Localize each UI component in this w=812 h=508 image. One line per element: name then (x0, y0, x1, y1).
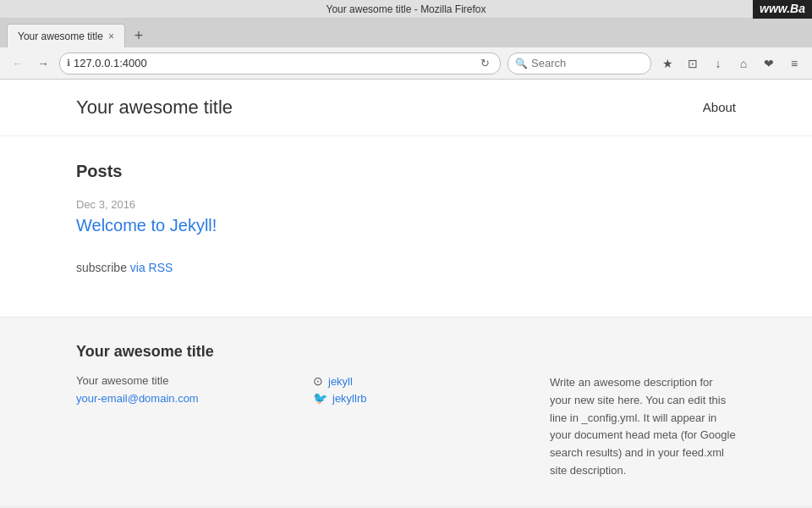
footer-col-3: Write an awesome description for your ne… (550, 374, 736, 480)
pocket-icon: ⊡ (688, 57, 698, 70)
main-content: Posts Dec 3, 2016 Welcome to Jekyll! sub… (0, 136, 812, 300)
new-tab-button[interactable]: + (129, 25, 149, 46)
address-bar: ℹ ↻ (59, 52, 501, 75)
bookmark-button[interactable]: ★ (656, 52, 678, 75)
post-title-link[interactable]: Welcome to Jekyll! (76, 216, 217, 235)
site-footer: Your awesome title Your awesome title yo… (0, 317, 812, 505)
pocket2-button[interactable]: ❤ (758, 52, 780, 75)
forward-button[interactable]: → (32, 52, 54, 75)
footer-col-1: Your awesome title your-email@domain.com (76, 374, 262, 480)
back-button[interactable]: ← (7, 52, 29, 75)
watermark: www.Ba (753, 0, 812, 19)
twitter-icon: 🐦 (313, 391, 327, 405)
site-title: Your awesome title (76, 97, 233, 119)
search-bar: 🔍 (508, 52, 651, 75)
search-icon: 🔍 (515, 58, 528, 69)
home-button[interactable]: ⌂ (732, 52, 754, 75)
menu-button[interactable]: ≡ (783, 52, 805, 75)
subscribe-section: subscribe via RSS (76, 261, 736, 274)
security-icon: ℹ (67, 58, 70, 69)
page-content: Your awesome title About Posts Dec 3, 20… (0, 80, 812, 505)
tab-bar: Your awesome title × + (0, 19, 812, 47)
post-date: Dec 3, 2016 (76, 198, 736, 211)
download-button[interactable]: ↓ (707, 52, 729, 75)
footer-title: Your awesome title (76, 343, 736, 361)
back-icon: ← (12, 57, 24, 70)
browser-title-bar: Your awesome title - Mozilla Firefox www… (0, 0, 812, 19)
menu-icon: ≡ (791, 57, 798, 70)
bookmark-icon: ★ (662, 57, 673, 70)
browser-tab[interactable]: Your awesome title × (7, 24, 125, 47)
pocket2-icon: ❤ (764, 57, 774, 70)
github-icon: ⊙ (313, 374, 323, 388)
footer-links: ⊙ jekyll 🐦 jekyllrb (313, 374, 499, 405)
site-header: Your awesome title About (0, 80, 812, 136)
toolbar-icons: ★ ⊡ ↓ ⌂ ❤ ≡ (656, 52, 805, 75)
jekyllrb-link[interactable]: jekyllrb (332, 392, 366, 405)
post-item: Dec 3, 2016 Welcome to Jekyll! (76, 198, 736, 235)
subscribe-label: subscribe (76, 261, 127, 274)
search-input[interactable] (531, 57, 624, 69)
posts-heading: Posts (76, 162, 736, 181)
tab-label: Your awesome title (18, 30, 103, 42)
footer-description: Write an awesome description for your ne… (550, 374, 736, 480)
footer-link-jekyllrb: 🐦 jekyllrb (313, 391, 499, 405)
footer-link-jekyll: ⊙ jekyll (313, 374, 499, 388)
tab-close-button[interactable]: × (108, 30, 114, 42)
download-icon: ↓ (716, 57, 721, 70)
forward-icon: → (37, 57, 49, 70)
navigation-bar: ← → ℹ ↻ 🔍 ★ ⊡ ↓ ⌂ ❤ ≡ (0, 47, 812, 80)
rss-link[interactable]: via RSS (130, 261, 173, 274)
footer-col-2: ⊙ jekyll 🐦 jekyllrb (313, 374, 499, 480)
refresh-icon: ↻ (480, 57, 490, 69)
footer-email-link[interactable]: your-email@domain.com (76, 392, 199, 405)
home-icon: ⌂ (740, 57, 747, 70)
about-link[interactable]: About (703, 100, 736, 114)
address-input[interactable] (74, 57, 476, 69)
jekyll-link[interactable]: jekyll (328, 375, 353, 388)
footer-site-name: Your awesome title (76, 374, 262, 387)
footer-columns: Your awesome title your-email@domain.com… (76, 374, 736, 480)
site-nav: About (703, 100, 736, 115)
browser-title-text: Your awesome title - Mozilla Firefox (326, 3, 486, 15)
pocket-button[interactable]: ⊡ (682, 52, 704, 75)
refresh-button[interactable]: ↻ (476, 55, 493, 72)
